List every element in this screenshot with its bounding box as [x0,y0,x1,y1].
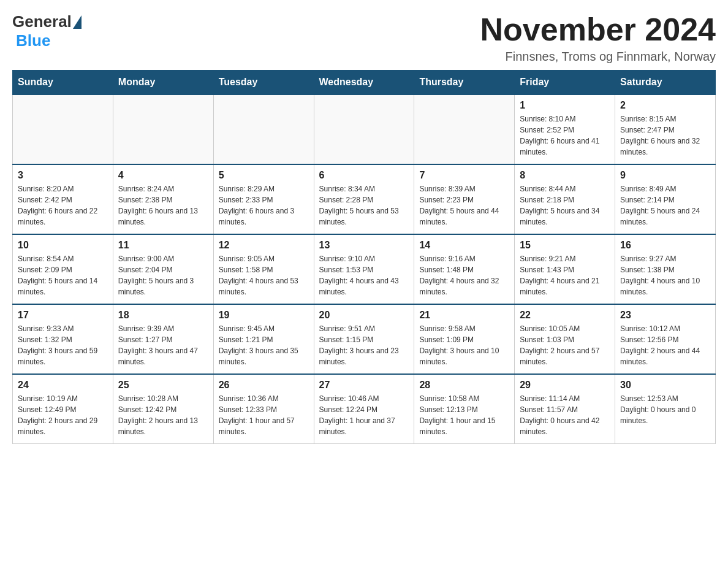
table-row: 7Sunrise: 8:39 AMSunset: 2:23 PMDaylight… [414,164,515,234]
table-row: 26Sunrise: 10:36 AMSunset: 12:33 PMDayli… [213,374,314,444]
day-info: Sunrise: 10:46 AMSunset: 12:24 PMDayligh… [319,393,409,437]
day-number: 4 [118,170,208,181]
table-row: 17Sunrise: 9:33 AMSunset: 1:32 PMDayligh… [13,304,113,374]
day-number: 5 [219,170,309,181]
day-info: Sunrise: 10:05 AMSunset: 1:03 PMDaylight… [520,323,610,367]
day-info: Sunrise: 8:39 AMSunset: 2:23 PMDaylight:… [419,183,509,228]
page-header: General Blue November 2024 Finnsnes, Tro… [12,12,716,64]
logo-blue: Blue [16,31,50,50]
day-number: 25 [118,380,208,391]
day-number: 1 [520,100,610,111]
day-info: Sunrise: 9:51 AMSunset: 1:15 PMDaylight:… [319,323,409,367]
logo: General Blue [12,12,82,50]
day-info: Sunrise: 9:16 AMSunset: 1:48 PMDaylight:… [419,253,509,297]
table-row [113,94,213,164]
day-number: 17 [18,310,108,321]
table-row: 23Sunrise: 10:12 AMSunset: 12:56 PMDayli… [615,304,716,374]
table-row: 8Sunrise: 8:44 AMSunset: 2:18 PMDaylight… [515,164,615,234]
day-info: Sunrise: 8:24 AMSunset: 2:38 PMDaylight:… [118,183,208,228]
col-sunday: Sunday [13,71,113,95]
day-info: Sunrise: 10:19 AMSunset: 12:49 PMDayligh… [18,393,108,437]
day-number: 28 [419,380,509,391]
table-row: 3Sunrise: 8:20 AMSunset: 2:42 PMDaylight… [13,164,113,234]
calendar-week-row: 1Sunrise: 8:10 AMSunset: 2:52 PMDaylight… [13,94,716,164]
day-info: Sunrise: 10:28 AMSunset: 12:42 PMDayligh… [118,393,208,437]
table-row: 28Sunrise: 10:58 AMSunset: 12:13 PMDayli… [414,374,515,444]
day-number: 21 [419,310,509,321]
day-number: 13 [319,240,409,251]
logo-general: General [12,12,72,31]
day-number: 11 [118,240,208,251]
day-number: 20 [319,310,409,321]
calendar-week-row: 17Sunrise: 9:33 AMSunset: 1:32 PMDayligh… [13,304,716,374]
day-number: 12 [219,240,309,251]
table-row: 15Sunrise: 9:21 AMSunset: 1:43 PMDayligh… [515,234,615,304]
day-number: 22 [520,310,610,321]
day-info: Sunrise: 8:29 AMSunset: 2:33 PMDaylight:… [219,183,309,228]
table-row: 10Sunrise: 8:54 AMSunset: 2:09 PMDayligh… [13,234,113,304]
col-tuesday: Tuesday [213,71,314,95]
calendar-table: Sunday Monday Tuesday Wednesday Thursday… [12,70,716,444]
calendar-week-row: 3Sunrise: 8:20 AMSunset: 2:42 PMDaylight… [13,164,716,234]
table-row: 30Sunset: 12:53 AMDaylight: 0 hours and … [615,374,716,444]
day-number: 9 [620,170,710,181]
day-info: Sunrise: 9:10 AMSunset: 1:53 PMDaylight:… [319,253,409,297]
col-thursday: Thursday [414,71,515,95]
table-row [213,94,314,164]
day-number: 10 [18,240,108,251]
table-row: 5Sunrise: 8:29 AMSunset: 2:33 PMDaylight… [213,164,314,234]
day-info: Sunrise: 10:36 AMSunset: 12:33 PMDayligh… [219,393,309,437]
day-info: Sunrise: 8:34 AMSunset: 2:28 PMDaylight:… [319,183,409,228]
table-row: 24Sunrise: 10:19 AMSunset: 12:49 PMDayli… [13,374,113,444]
day-info: Sunrise: 8:54 AMSunset: 2:09 PMDaylight:… [18,253,108,297]
day-info: Sunrise: 8:10 AMSunset: 2:52 PMDaylight:… [520,113,610,158]
day-number: 30 [620,380,710,391]
day-info: Sunrise: 9:21 AMSunset: 1:43 PMDaylight:… [520,253,610,297]
col-monday: Monday [113,71,213,95]
day-info: Sunrise: 8:44 AMSunset: 2:18 PMDaylight:… [520,183,610,228]
table-row: 11Sunrise: 9:00 AMSunset: 2:04 PMDayligh… [113,234,213,304]
table-row: 20Sunrise: 9:51 AMSunset: 1:15 PMDayligh… [314,304,414,374]
day-number: 18 [118,310,208,321]
table-row: 6Sunrise: 8:34 AMSunset: 2:28 PMDaylight… [314,164,414,234]
calendar-header-row: Sunday Monday Tuesday Wednesday Thursday… [13,71,716,95]
day-number: 23 [620,310,710,321]
day-number: 19 [219,310,309,321]
day-number: 27 [319,380,409,391]
day-info: Sunset: 12:53 AMDaylight: 0 hours and 0 … [620,393,710,426]
table-row: 13Sunrise: 9:10 AMSunset: 1:53 PMDayligh… [314,234,414,304]
logo-triangle-icon [73,15,82,29]
day-info: Sunrise: 9:33 AMSunset: 1:32 PMDaylight:… [18,323,108,367]
table-row: 16Sunrise: 9:27 AMSunset: 1:38 PMDayligh… [615,234,716,304]
table-row: 18Sunrise: 9:39 AMSunset: 1:27 PMDayligh… [113,304,213,374]
table-row: 25Sunrise: 10:28 AMSunset: 12:42 PMDayli… [113,374,213,444]
table-row: 2Sunrise: 8:15 AMSunset: 2:47 PMDaylight… [615,94,716,164]
table-row: 12Sunrise: 9:05 AMSunset: 1:58 PMDayligh… [213,234,314,304]
day-info: Sunrise: 11:14 AMSunset: 11:57 AMDayligh… [520,393,610,437]
calendar-week-row: 24Sunrise: 10:19 AMSunset: 12:49 PMDayli… [13,374,716,444]
table-row: 14Sunrise: 9:16 AMSunset: 1:48 PMDayligh… [414,234,515,304]
title-section: November 2024 Finnsnes, Troms og Finnmar… [480,12,716,64]
col-saturday: Saturday [615,71,716,95]
day-number: 16 [620,240,710,251]
day-number: 26 [219,380,309,391]
calendar-week-row: 10Sunrise: 8:54 AMSunset: 2:09 PMDayligh… [13,234,716,304]
day-info: Sunrise: 10:12 AMSunset: 12:56 PMDayligh… [620,323,710,367]
location-subtitle: Finnsnes, Troms og Finnmark, Norway [480,50,716,64]
table-row: 29Sunrise: 11:14 AMSunset: 11:57 AMDayli… [515,374,615,444]
day-number: 14 [419,240,509,251]
day-info: Sunrise: 9:00 AMSunset: 2:04 PMDaylight:… [118,253,208,297]
table-row: 9Sunrise: 8:49 AMSunset: 2:14 PMDaylight… [615,164,716,234]
day-info: Sunrise: 9:45 AMSunset: 1:21 PMDaylight:… [219,323,309,367]
col-friday: Friday [515,71,615,95]
day-number: 6 [319,170,409,181]
day-info: Sunrise: 10:58 AMSunset: 12:13 PMDayligh… [419,393,509,437]
day-info: Sunrise: 9:39 AMSunset: 1:27 PMDaylight:… [118,323,208,367]
day-info: Sunrise: 8:15 AMSunset: 2:47 PMDaylight:… [620,113,710,158]
day-info: Sunrise: 8:49 AMSunset: 2:14 PMDaylight:… [620,183,710,228]
day-number: 15 [520,240,610,251]
table-row: 22Sunrise: 10:05 AMSunset: 1:03 PMDaylig… [515,304,615,374]
day-number: 7 [419,170,509,181]
day-info: Sunrise: 8:20 AMSunset: 2:42 PMDaylight:… [18,183,108,228]
table-row: 1Sunrise: 8:10 AMSunset: 2:52 PMDaylight… [515,94,615,164]
